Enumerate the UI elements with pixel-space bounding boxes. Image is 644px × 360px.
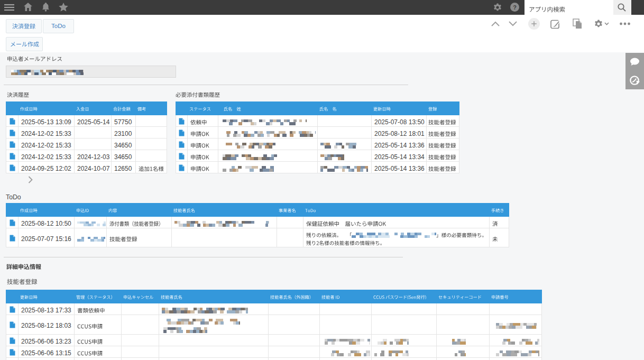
svg-text:?: ? [513, 4, 517, 11]
